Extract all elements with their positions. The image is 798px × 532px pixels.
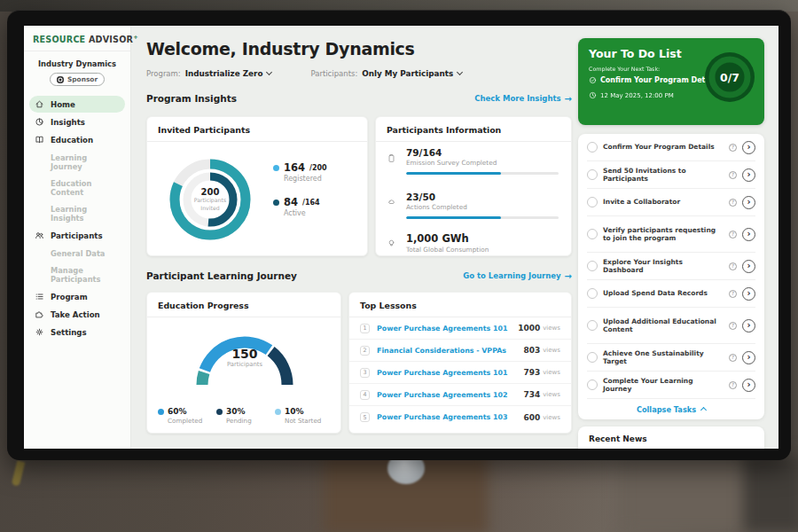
logo-advisor: ADVISOR <box>89 35 133 44</box>
background-shadow-band <box>743 454 798 532</box>
task-label: Explore Your Insights Dashboard <box>603 258 724 275</box>
recent-news-title: Recent News <box>578 426 764 449</box>
sidebar-item-label: Insights <box>51 118 85 127</box>
task-checkbox[interactable] <box>587 229 598 239</box>
lesson-link[interactable]: Financial Considerations - VPPAs <box>377 347 523 355</box>
task-row[interactable]: Explore Your Insights Dashboard <box>587 253 755 280</box>
info-row-actions: 23/50 Actions Completed <box>387 192 559 219</box>
todo-task-list: Confirm Your Program Details Send 50 Inv… <box>578 134 764 419</box>
task-row[interactable]: Send 50 Invitations to Participants <box>587 161 755 189</box>
task-checkbox[interactable] <box>587 320 598 331</box>
info-icon[interactable] <box>729 322 737 330</box>
task-checkbox[interactable] <box>587 352 598 363</box>
task-row[interactable]: Complete Your Learning Journey <box>587 372 755 399</box>
task-label: Upload Spend Data Records <box>603 289 724 297</box>
info-icon[interactable] <box>729 171 737 179</box>
program-insights-header: Program Insights Check More Insights <box>146 93 572 104</box>
lesson-link[interactable]: Power Purchase Agreements 102 <box>377 391 523 399</box>
sidebar-item-learning-journey[interactable]: Learning Journey <box>29 149 125 175</box>
task-row[interactable]: Upload Additional Educational Content <box>587 308 755 344</box>
info-icon[interactable] <box>729 381 737 389</box>
donut-legend: 164 /200 Registered 84 /164 Active <box>273 161 327 231</box>
info-icon[interactable] <box>729 290 737 298</box>
info-icon[interactable] <box>729 199 737 207</box>
gauge-center-caption: Participants <box>174 361 316 368</box>
section-title: Participant Learning Journey <box>146 270 297 281</box>
go-to-learning-journey-link[interactable]: Go to Learning Journey <box>463 271 572 281</box>
participants-filter-value: Only My Participants <box>362 69 453 78</box>
info-icon[interactable] <box>729 231 737 239</box>
participants-filter[interactable]: Participants: Only My Participants <box>310 69 462 78</box>
card-title: Top Lessons <box>349 293 571 317</box>
chevron-right-icon[interactable] <box>742 228 755 241</box>
chevron-right-icon[interactable] <box>742 141 755 154</box>
lesson-views: 1000 <box>518 324 540 332</box>
gauge-center-value: 150 <box>174 348 316 361</box>
education-icon <box>35 135 44 145</box>
task-checkbox[interactable] <box>587 261 598 271</box>
task-row[interactable]: Verify participants requesting to join t… <box>587 216 755 253</box>
chevron-right-icon[interactable] <box>742 196 755 209</box>
invited-participants-card: Invited Participants 200 Participants In… <box>146 116 368 256</box>
chevron-right-icon[interactable] <box>742 379 755 392</box>
sidebar-item-home[interactable]: Home <box>29 96 125 113</box>
info-icon[interactable] <box>729 144 737 152</box>
info-row-consumption: 1,000 GWh Total Global Consumption <box>387 232 559 254</box>
lesson-row: 3 Power Purchase Agreements 101 793 view… <box>349 362 571 384</box>
sidebar-item-insights[interactable]: Insights <box>29 113 125 130</box>
task-checkbox[interactable] <box>587 379 598 390</box>
task-row[interactable]: Achieve One Sustainability Target <box>587 344 755 372</box>
task-checkbox[interactable] <box>587 169 598 180</box>
sidebar-item-program[interactable]: Program <box>29 288 125 305</box>
chevron-right-icon[interactable] <box>742 351 755 364</box>
sidebar-item-settings[interactable]: Settings <box>29 324 125 340</box>
top-lessons-card: Top Lessons 1 Power Purchase Agreements … <box>348 292 572 434</box>
lesson-row: 1 Power Purchase Agreements 101 1000 vie… <box>349 317 571 340</box>
sidebar-item-participants[interactable]: Participants <box>29 227 125 244</box>
sidebar-item-education[interactable]: Education <box>29 131 125 148</box>
education-progress-card: Education Progress 150 Participants <box>146 292 341 434</box>
sidebar-item-label: Education <box>51 136 93 145</box>
program-filter[interactable]: Program: Industrialize Zero <box>146 69 271 78</box>
gear-icon <box>35 327 44 337</box>
lesson-row: 2 Financial Considerations - VPPAs 803 v… <box>349 340 571 362</box>
sidebar-item-general-data[interactable]: General Data <box>29 245 125 262</box>
lesson-link[interactable]: Power Purchase Agreements 103 <box>377 413 523 421</box>
task-row[interactable]: Invite a Collaborator <box>587 189 755 216</box>
chevron-right-icon[interactable] <box>742 260 755 273</box>
main-content: Welcome, Industry Dynamics Program: Indu… <box>146 26 572 449</box>
link-label: Check More Insights <box>474 94 560 103</box>
info-value: 79/164 <box>406 147 559 158</box>
legend-item-active: 84 /164 Active <box>273 196 327 217</box>
task-row[interactable]: Confirm Your Program Details <box>587 134 755 161</box>
sidebar-item-education-content[interactable]: Education Content <box>29 175 125 200</box>
task-row[interactable]: Upload Spend Data Records <box>587 280 755 308</box>
chevron-right-icon[interactable] <box>742 168 755 182</box>
arrow-right-icon <box>565 94 572 104</box>
lesson-link[interactable]: Power Purchase Agreements 101 <box>377 369 523 377</box>
task-checkbox[interactable] <box>587 142 598 153</box>
sidebar-item-label: Participants <box>51 231 103 240</box>
consumption-icon <box>387 235 396 245</box>
completed-dot-icon <box>158 409 164 415</box>
collapse-tasks-link[interactable]: Collapse Tasks <box>578 399 764 419</box>
chevron-right-icon[interactable] <box>742 319 755 332</box>
legend-item-completed: 60% Completed <box>158 407 216 425</box>
task-checkbox[interactable] <box>587 288 598 299</box>
registered-dot-icon <box>273 165 279 171</box>
info-icon[interactable] <box>729 262 737 270</box>
lesson-link[interactable]: Power Purchase Agreements 101 <box>377 325 518 332</box>
todo-next-task-label: Confirm Your Program Details <box>600 76 719 84</box>
task-checkbox[interactable] <box>587 197 598 207</box>
chevron-right-icon[interactable] <box>742 287 755 301</box>
sidebar-item-manage-participants[interactable]: Manage Participants <box>29 262 125 287</box>
info-icon[interactable] <box>729 354 737 362</box>
pending-dot-icon <box>216 409 223 415</box>
sidebar-item-take-action[interactable]: Take Action <box>29 306 125 323</box>
info-value: 1,000 GWh <box>406 232 559 245</box>
link-label: Go to Learning Journey <box>463 271 560 280</box>
app-logo: RESOURCE ADVISOR+ <box>24 26 130 51</box>
sidebar-item-learning-insights[interactable]: Learning Insights <box>29 200 125 226</box>
sidebar-item-label: Take Action <box>51 310 100 319</box>
check-more-insights-link[interactable]: Check More Insights <box>474 94 572 104</box>
